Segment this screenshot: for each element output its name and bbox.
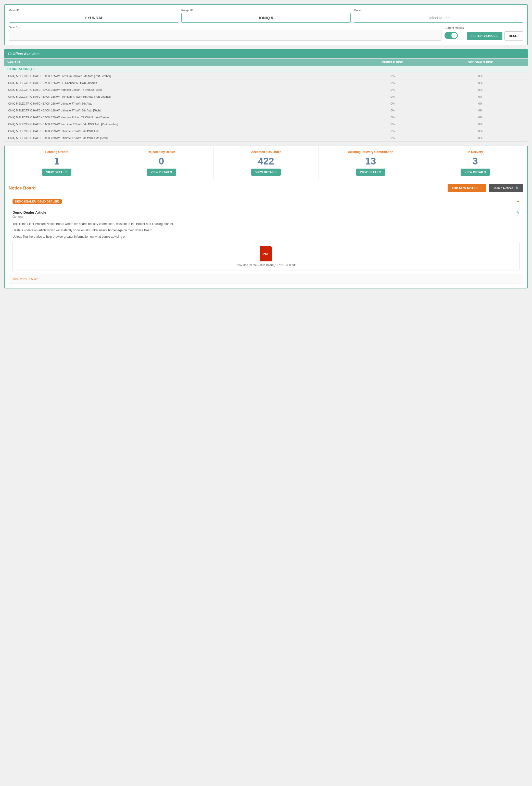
group-label: HYUNDAI IONIQ 5	[4, 66, 528, 73]
filter-buttons: FILTER VEHICLE RESET	[467, 31, 523, 41]
table-row[interactable]: IONIQ 5 ELECTRIC HATCHBACK 125kW SE Conn…	[4, 79, 528, 87]
search-notices-label: Search Notices	[493, 186, 513, 190]
offers-table: VARIANT VEHICLE DISC OPTIONALS DISC HYUN…	[4, 59, 528, 141]
current-models-group: Current Models	[444, 26, 464, 41]
range-id-input[interactable]: IONIQ 5	[181, 13, 351, 23]
view-details-button[interactable]: VIEW DETAILS	[356, 168, 385, 176]
variant-cell: IONIQ 5 ELECTRIC HATCHBACK 239kW Ultimat…	[4, 135, 352, 142]
model-label: Model	[354, 9, 523, 12]
notice-text-1: This is the Fleet Procure Notice Board w…	[13, 222, 519, 227]
plus-icon: +	[480, 186, 482, 190]
offers-count: 10 Offers Available	[8, 52, 40, 56]
search-notices-button[interactable]: Search Notices 🔍	[489, 184, 523, 192]
vehicle-disc-cell: 0%	[352, 100, 433, 107]
optionals-disc-cell: 0%	[433, 107, 528, 114]
range-id-group: Range ID IONIQ 5	[181, 9, 351, 23]
search-icon: 🔍	[515, 186, 519, 190]
vehicle-filter-panel: Make ID HYUNDAI Range ID IONIQ 5 Model S…	[4, 4, 528, 45]
notice-text-2: Dealers update an article which will ins…	[13, 228, 519, 233]
table-row[interactable]: IONIQ 5 ELECTRIC HATCHBACK 125kW Premium…	[4, 73, 528, 79]
vehicle-disc-cell: 0%	[352, 107, 433, 114]
optionals-disc-cell: 0%	[433, 121, 528, 128]
gear-box-group: Gear Box	[9, 26, 441, 41]
offers-table-container: VARIANT VEHICLE DISC OPTIONALS DISC HYUN…	[4, 59, 528, 142]
model-input[interactable]: Select Model	[354, 13, 523, 23]
view-details-button[interactable]: VIEW DETAILS	[42, 168, 71, 176]
view-details-button[interactable]: VIEW DETAILS	[251, 168, 280, 176]
status-count: 13	[365, 156, 376, 166]
variant-cell: IONIQ 5 ELECTRIC HATCHBACK 168kW Premium…	[4, 93, 352, 100]
table-row[interactable]: IONIQ 5 ELECTRIC HATCHBACK 239kW Namsan …	[4, 114, 528, 121]
optionals-disc-cell: 0%	[433, 73, 528, 79]
filter-vehicle-button[interactable]: FILTER VEHICLE	[467, 32, 503, 40]
notice-category: General	[13, 215, 519, 218]
notice-board-title: Notice Board	[9, 186, 36, 191]
vehicle-disc-col-header: VEHICLE DISC	[352, 59, 433, 66]
table-row[interactable]: IONIQ 5 ELECTRIC HATCHBACK 168kW Ultimat…	[4, 107, 528, 114]
model-group: Model Select Model	[354, 9, 523, 23]
table-row[interactable]: IONIQ 5 ELECTRIC HATCHBACK 239kW Ultimat…	[4, 135, 528, 142]
notice-card-footer: 08/03/2023 11:53am ...	[9, 274, 523, 284]
bottom-panel: Pending Orders 1 VIEW DETAILS Rejected b…	[4, 146, 528, 288]
status-title: Pending Orders	[45, 150, 68, 154]
edit-icon[interactable]: ✎	[516, 210, 519, 215]
notice-article-title: Demo Dealer Article	[13, 210, 519, 214]
optionals-disc-cell: 0%	[433, 135, 528, 142]
reset-button[interactable]: RESET	[505, 31, 523, 41]
pdf-filename: New Doc for the Notice Board_1678276369.…	[236, 263, 295, 267]
vehicle-disc-cell: 0%	[352, 114, 433, 121]
pdf-attachment[interactable]: New Doc for the Notice Board_1678276369.…	[13, 242, 519, 271]
status-title: In Delivery	[467, 150, 483, 154]
view-details-button[interactable]: VIEW DETAILS	[461, 168, 490, 176]
group-row: HYUNDAI IONIQ 5	[4, 66, 528, 73]
variant-cell: IONIQ 5 ELECTRIC HATCHBACK 239kW Premium…	[4, 121, 352, 128]
current-models-toggle[interactable]	[444, 32, 458, 39]
add-notice-label: ADD NEW NOTICE	[452, 186, 479, 190]
make-id-input[interactable]: HYUNDAI	[9, 13, 178, 23]
gear-box-input[interactable]	[9, 30, 441, 41]
variant-col-header: VARIANT	[4, 59, 352, 66]
collapse-icon[interactable]: −	[516, 199, 519, 205]
status-cell-2: Accepted / On Order 422 VIEW DETAILS	[214, 146, 318, 180]
view-details-button[interactable]: VIEW DETAILS	[147, 168, 176, 176]
vehicle-disc-cell: 0%	[352, 121, 433, 128]
status-cell-1: Rejected by Dealer 0 VIEW DETAILS	[109, 146, 214, 180]
optionals-disc-cell: 0%	[433, 100, 528, 107]
range-id-label: Range ID	[181, 9, 351, 12]
offers-panel: 10 Offers Available VARIANT VEHICLE DISC…	[4, 49, 528, 142]
optionals-disc-col-header: OPTIONALS DISC	[433, 59, 528, 66]
status-count: 1	[54, 156, 60, 166]
gear-box-label: Gear Box	[9, 26, 441, 29]
vehicle-disc-cell: 0%	[352, 93, 433, 100]
table-row[interactable]: IONIQ 5 ELECTRIC HATCHBACK 168kW Ultimat…	[4, 100, 528, 107]
status-cell-0: Pending Orders 1 VIEW DETAILS	[5, 146, 109, 180]
notice-card: DEMO DEALER (DEMO DEALER) − Demo Dealer …	[9, 196, 523, 284]
table-row[interactable]: IONIQ 5 ELECTRIC HATCHBACK 168kW Premium…	[4, 93, 528, 100]
optionals-disc-cell: 0%	[433, 79, 528, 87]
optionals-disc-cell: 0%	[433, 93, 528, 100]
table-row[interactable]: IONIQ 5 ELECTRIC HATCHBACK 239kW Ultimat…	[4, 128, 528, 135]
notice-card-header: DEMO DEALER (DEMO DEALER) −	[9, 196, 523, 207]
status-cell-4: In Delivery 3 VIEW DETAILS	[423, 146, 527, 180]
order-status-row: Pending Orders 1 VIEW DETAILS Rejected b…	[5, 146, 527, 180]
status-count: 3	[472, 156, 478, 166]
variant-cell: IONIQ 5 ELECTRIC HATCHBACK 239kW Ultimat…	[4, 128, 352, 135]
optionals-disc-cell: 0%	[433, 87, 528, 93]
status-count: 422	[258, 156, 274, 166]
make-id-label: Make ID	[9, 9, 178, 12]
notice-board-header: Notice Board ADD NEW NOTICE + Search Not…	[9, 184, 523, 192]
status-cell-3: Awaiting Delivery Confirmation 13 VIEW D…	[319, 146, 423, 180]
variant-cell: IONIQ 5 ELECTRIC HATCHBACK 168kW Namsan …	[4, 87, 352, 93]
make-id-group: Make ID HYUNDAI	[9, 9, 178, 23]
notice-board-section: Notice Board ADD NEW NOTICE + Search Not…	[5, 180, 527, 288]
notice-more-button[interactable]: ...	[514, 276, 519, 281]
table-row[interactable]: IONIQ 5 ELECTRIC HATCHBACK 239kW Premium…	[4, 121, 528, 128]
vehicle-disc-cell: 0%	[352, 135, 433, 142]
vehicle-disc-cell: 0%	[352, 73, 433, 79]
optionals-disc-cell: 0%	[433, 114, 528, 121]
table-row[interactable]: IONIQ 5 ELECTRIC HATCHBACK 168kW Namsan …	[4, 87, 528, 93]
notice-text-3: Upload files here also to help provide g…	[13, 234, 519, 239]
vehicle-disc-cell: 0%	[352, 79, 433, 87]
variant-cell: IONIQ 5 ELECTRIC HATCHBACK 125kW SE Conn…	[4, 79, 352, 87]
add-notice-button[interactable]: ADD NEW NOTICE +	[447, 184, 486, 192]
